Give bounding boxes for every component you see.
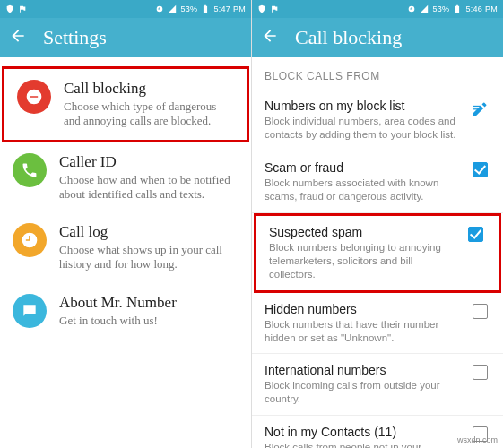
block-row-subtitle: Block calls from people not in your <box>265 441 460 448</box>
settings-item-title: Caller ID <box>59 153 238 171</box>
block-row-blocklist[interactable]: Numbers on my block list Block individua… <box>252 90 503 151</box>
settings-item-subtitle: Choose what shows up in your call histor… <box>59 243 238 272</box>
settings-item-subtitle: Choose which type of dangerous and annoy… <box>64 99 234 129</box>
svg-rect-1 <box>473 106 481 107</box>
block-row-subtitle: Block incoming calls from outside your c… <box>265 379 460 406</box>
settings-item-about[interactable]: About Mr. Number Get in touch with us! <box>0 283 251 339</box>
block-row-scam[interactable]: Scam or fraud Block numbers associated w… <box>252 151 503 213</box>
status-bar: 53% 5:46 PM <box>252 0 503 18</box>
block-row-title: Numbers on my block list <box>265 99 460 113</box>
flag-icon <box>18 4 27 13</box>
settings-list: Call blocking Choose which type of dange… <box>0 57 251 448</box>
flag-icon <box>270 4 279 13</box>
block-row-subtitle: Block numbers belonging to annoying tele… <box>269 241 455 281</box>
app-bar: Call blocking <box>252 18 503 57</box>
block-row-title: Hidden numbers <box>265 302 460 316</box>
shield-icon <box>257 4 266 13</box>
page-title: Call blocking <box>295 26 402 49</box>
block-row-suspected-spam[interactable]: Suspected spam Block numbers belonging t… <box>254 213 501 293</box>
svg-rect-0 <box>473 108 480 109</box>
block-row-subtitle: Block numbers associated with known scam… <box>265 177 460 203</box>
block-list: BLOCK CALLS FROM Numbers on my block lis… <box>252 57 503 448</box>
checkbox-scam[interactable] <box>473 162 488 177</box>
settings-item-title: About Mr. Number <box>59 294 238 312</box>
battery-icon <box>453 4 462 13</box>
block-row-subtitle: Block individual numbers, area codes and… <box>265 115 460 142</box>
status-bar: 53% 5:47 PM <box>0 0 251 18</box>
settings-item-subtitle: Get in touch with us! <box>59 314 238 328</box>
block-row-title: Not in my Contacts (11) <box>265 425 460 439</box>
phone-settings: 53% 5:47 PM Settings Call blocking Choos… <box>0 0 252 448</box>
clock-text: 5:46 PM <box>465 4 498 13</box>
settings-item-call-log[interactable]: Call log Choose what shows up in your ca… <box>0 212 251 283</box>
phone-call-blocking: 53% 5:46 PM Call blocking BLOCK CALLS FR… <box>252 0 503 448</box>
phone-icon <box>13 153 47 187</box>
settings-item-title: Call blocking <box>64 80 234 98</box>
settings-item-call-blocking[interactable]: Call blocking Choose which type of dange… <box>2 66 249 142</box>
clock-icon <box>13 223 47 257</box>
back-button[interactable] <box>261 27 279 48</box>
block-row-title: International numbers <box>265 363 460 377</box>
block-row-title: Scam or fraud <box>265 160 460 175</box>
chat-icon <box>13 294 47 328</box>
block-row-hidden[interactable]: Hidden numbers Block numbers that have t… <box>252 293 503 355</box>
block-icon <box>17 80 51 114</box>
settings-item-caller-id[interactable]: Caller ID Choose how and when to be noti… <box>0 142 251 213</box>
signal-icon <box>168 4 177 13</box>
section-header: BLOCK CALLS FROM <box>252 57 503 90</box>
shield-icon <box>5 4 14 13</box>
block-row-subtitle: Block numbers that have their number hid… <box>265 318 460 345</box>
settings-item-title: Call log <box>59 223 238 241</box>
signal-icon <box>420 4 429 13</box>
block-row-international[interactable]: International numbers Block incoming cal… <box>252 354 503 416</box>
battery-pct: 53% <box>180 4 197 13</box>
checkbox-spam[interactable] <box>468 227 483 242</box>
battery-pct: 53% <box>432 4 449 13</box>
edit-blocklist-button[interactable] <box>469 99 490 118</box>
battery-icon <box>201 4 210 13</box>
watermark: wsxdn.com <box>457 435 498 444</box>
back-button[interactable] <box>9 27 27 48</box>
block-row-title: Suspected spam <box>269 225 455 239</box>
settings-item-subtitle: Choose how and when to be notified about… <box>59 173 238 202</box>
page-title: Settings <box>43 26 107 49</box>
app-bar: Settings <box>0 18 251 57</box>
alarm-icon <box>155 4 164 13</box>
checkbox-international[interactable] <box>473 365 488 380</box>
clock-text: 5:47 PM <box>213 4 246 13</box>
alarm-icon <box>407 4 416 13</box>
checkbox-hidden[interactable] <box>473 304 488 319</box>
